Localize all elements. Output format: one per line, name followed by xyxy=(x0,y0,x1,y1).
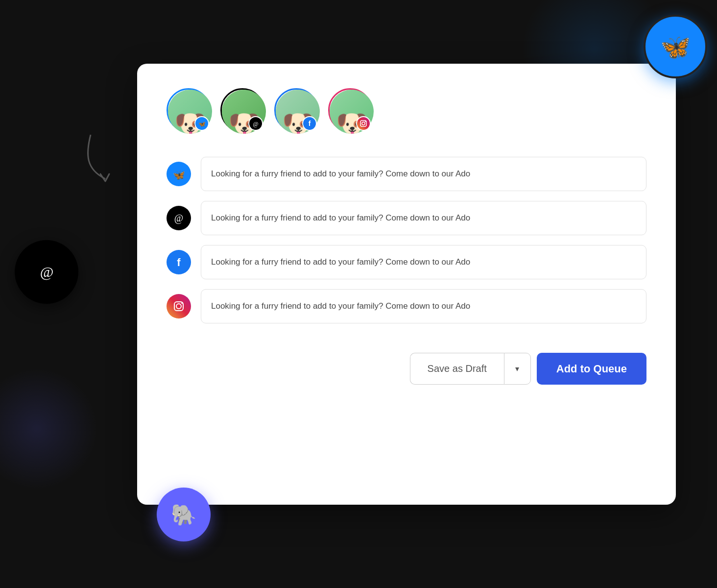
profile-avatar-threads[interactable]: 🐶 @ xyxy=(220,88,264,132)
profile-avatar-instagram[interactable]: 🐶 xyxy=(328,88,372,132)
post-rows: 🦋 Looking for a furry friend to add to y… xyxy=(167,157,646,323)
svg-text:🦋: 🦋 xyxy=(660,32,691,62)
add-to-queue-button[interactable]: Add to Queue xyxy=(537,353,646,385)
post-row-instagram: Looking for a furry friend to add to you… xyxy=(167,289,646,323)
profile-row: 🐶 🦋 🐶 @ xyxy=(167,88,646,132)
svg-text:f: f xyxy=(309,120,311,127)
main-card: 🐶 🦋 🐶 @ xyxy=(137,64,676,505)
post-row-threads: @ Looking for a furry friend to add to y… xyxy=(167,201,646,235)
profile-avatar-bluesky[interactable]: 🐶 🦋 xyxy=(167,88,211,132)
post-input-bluesky[interactable]: Looking for a furry friend to add to you… xyxy=(201,157,646,191)
svg-text:@: @ xyxy=(174,213,183,224)
platform-icon-bluesky[interactable]: 🦋 xyxy=(167,162,191,186)
post-row-bluesky: 🦋 Looking for a furry friend to add to y… xyxy=(167,157,646,191)
svg-text:@: @ xyxy=(253,121,258,127)
svg-text:f: f xyxy=(177,256,181,269)
mastodon-icon: 🐘 xyxy=(169,500,198,529)
svg-text:🦋: 🦋 xyxy=(198,120,206,127)
profile-avatar-facebook[interactable]: 🐶 f xyxy=(274,88,318,132)
save-draft-button[interactable]: Save as Draft xyxy=(410,353,504,385)
svg-text:🦋: 🦋 xyxy=(173,169,185,180)
badge-threads: @ xyxy=(248,116,263,131)
save-draft-dropdown-button[interactable]: ▾ xyxy=(504,353,531,385)
svg-point-14 xyxy=(176,304,181,309)
bg-glow-purple xyxy=(0,368,98,490)
mastodon-circle: 🐘 xyxy=(157,488,211,541)
threads-icon-large: @ xyxy=(31,256,63,288)
scene: @ 🦋 🐘 🐶 🦋 xyxy=(0,0,717,588)
badge-instagram xyxy=(356,116,371,131)
bluesky-icon-large: 🦋 xyxy=(658,31,693,63)
platform-icon-threads[interactable]: @ xyxy=(167,206,191,230)
svg-text:🐘: 🐘 xyxy=(171,503,197,527)
svg-point-9 xyxy=(365,121,366,122)
svg-text:@: @ xyxy=(40,264,53,280)
bluesky-circle-large: 🦋 xyxy=(644,15,707,78)
post-input-facebook[interactable]: Looking for a furry friend to add to you… xyxy=(201,245,646,279)
post-input-instagram[interactable]: Looking for a furry friend to add to you… xyxy=(201,289,646,323)
arrow-decoration xyxy=(76,125,135,189)
platform-icon-facebook[interactable]: f xyxy=(167,250,191,274)
svg-point-8 xyxy=(362,122,365,125)
badge-bluesky: 🦋 xyxy=(194,116,209,131)
svg-point-15 xyxy=(181,302,183,304)
threads-circle-large: @ xyxy=(15,240,78,304)
post-row-facebook: f Looking for a furry friend to add to y… xyxy=(167,245,646,279)
platform-icon-instagram[interactable] xyxy=(167,294,191,318)
action-row: Save as Draft ▾ Add to Queue xyxy=(167,353,646,385)
badge-facebook: f xyxy=(302,116,317,131)
post-input-threads[interactable]: Looking for a furry friend to add to you… xyxy=(201,201,646,235)
